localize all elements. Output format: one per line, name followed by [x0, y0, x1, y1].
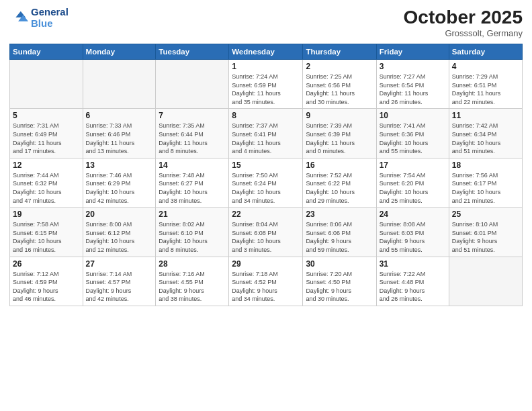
day-number: 27 [86, 259, 153, 269]
day-info: Sunrise: 7:56 AM Sunset: 6:17 PM Dayligh… [452, 171, 519, 205]
calendar-cell: 18Sunrise: 7:56 AM Sunset: 6:17 PM Dayli… [449, 158, 522, 207]
day-number: 29 [232, 259, 300, 269]
day-number: 26 [13, 259, 80, 269]
calendar-cell: 23Sunrise: 8:06 AM Sunset: 6:06 PM Dayli… [303, 208, 376, 257]
day-info: Sunrise: 8:00 AM Sunset: 6:12 PM Dayligh… [86, 220, 153, 254]
day-info: Sunrise: 8:08 AM Sunset: 6:03 PM Dayligh… [380, 220, 446, 254]
day-number: 13 [86, 161, 153, 170]
logo-icon [9, 9, 28, 28]
day-number: 9 [306, 111, 373, 120]
calendar-cell [449, 257, 522, 306]
day-info: Sunrise: 7:35 AM Sunset: 6:44 PM Dayligh… [159, 122, 226, 155]
day-number: 16 [306, 161, 373, 170]
calendar-header-row: SundayMondayTuesdayWednesdayThursdayFrid… [10, 44, 523, 60]
calendar-cell: 5Sunrise: 7:31 AM Sunset: 6:49 PM Daylig… [10, 109, 83, 158]
day-info: Sunrise: 7:42 AM Sunset: 6:34 PM Dayligh… [452, 122, 519, 155]
calendar-cell: 29Sunrise: 7:18 AM Sunset: 4:52 PM Dayli… [229, 257, 303, 306]
day-number: 8 [232, 111, 300, 120]
day-info: Sunrise: 8:10 AM Sunset: 6:01 PM Dayligh… [452, 220, 519, 254]
day-number: 6 [86, 111, 153, 120]
location-subtitle: Grosssolt, Germany [404, 28, 523, 38]
day-info: Sunrise: 7:29 AM Sunset: 6:51 PM Dayligh… [452, 73, 519, 106]
calendar-cell: 2Sunrise: 7:25 AM Sunset: 6:56 PM Daylig… [303, 60, 376, 109]
day-info: Sunrise: 7:31 AM Sunset: 6:49 PM Dayligh… [13, 122, 80, 155]
day-info: Sunrise: 7:37 AM Sunset: 6:41 PM Dayligh… [232, 122, 300, 155]
day-info: Sunrise: 7:33 AM Sunset: 6:46 PM Dayligh… [86, 122, 153, 155]
col-header-saturday: Saturday [449, 44, 522, 60]
day-number: 30 [306, 259, 373, 269]
day-number: 25 [452, 210, 519, 219]
page-header: General Blue October 2025 Grosssolt, Ger… [9, 7, 523, 38]
day-info: Sunrise: 7:39 AM Sunset: 6:39 PM Dayligh… [306, 122, 373, 155]
day-number: 11 [452, 111, 519, 120]
day-info: Sunrise: 7:14 AM Sunset: 4:57 PM Dayligh… [86, 270, 153, 304]
calendar-cell: 10Sunrise: 7:41 AM Sunset: 6:36 PM Dayli… [376, 109, 449, 158]
day-info: Sunrise: 7:52 AM Sunset: 6:22 PM Dayligh… [306, 171, 373, 205]
day-info: Sunrise: 7:58 AM Sunset: 6:15 PM Dayligh… [13, 220, 80, 254]
day-number: 1 [232, 62, 300, 71]
calendar-cell: 6Sunrise: 7:33 AM Sunset: 6:46 PM Daylig… [83, 109, 156, 158]
day-number: 31 [380, 259, 446, 269]
calendar-week-row: 26Sunrise: 7:12 AM Sunset: 4:59 PM Dayli… [10, 257, 523, 306]
day-number: 7 [159, 111, 226, 120]
day-number: 15 [232, 161, 300, 170]
calendar-cell [156, 60, 229, 109]
logo: General Blue [9, 7, 69, 29]
day-info: Sunrise: 8:02 AM Sunset: 6:10 PM Dayligh… [159, 220, 226, 254]
day-info: Sunrise: 7:54 AM Sunset: 6:20 PM Dayligh… [380, 171, 446, 205]
logo-text: General Blue [31, 7, 69, 29]
calendar-cell: 8Sunrise: 7:37 AM Sunset: 6:41 PM Daylig… [229, 109, 303, 158]
calendar-week-row: 5Sunrise: 7:31 AM Sunset: 6:49 PM Daylig… [10, 109, 523, 158]
calendar-cell: 4Sunrise: 7:29 AM Sunset: 6:51 PM Daylig… [449, 60, 522, 109]
calendar-cell: 7Sunrise: 7:35 AM Sunset: 6:44 PM Daylig… [156, 109, 229, 158]
calendar-cell: 21Sunrise: 8:02 AM Sunset: 6:10 PM Dayli… [156, 208, 229, 257]
day-number: 20 [86, 210, 153, 219]
col-header-thursday: Thursday [303, 44, 376, 60]
calendar-cell: 24Sunrise: 8:08 AM Sunset: 6:03 PM Dayli… [376, 208, 449, 257]
calendar-cell: 12Sunrise: 7:44 AM Sunset: 6:32 PM Dayli… [10, 158, 83, 207]
calendar-week-row: 19Sunrise: 7:58 AM Sunset: 6:15 PM Dayli… [10, 208, 523, 257]
day-number: 24 [380, 210, 446, 219]
day-number: 21 [159, 210, 226, 219]
day-number: 22 [232, 210, 300, 219]
day-number: 5 [13, 111, 80, 120]
calendar-week-row: 12Sunrise: 7:44 AM Sunset: 6:32 PM Dayli… [10, 158, 523, 207]
day-number: 18 [452, 161, 519, 170]
page-container: General Blue October 2025 Grosssolt, Ger… [0, 0, 532, 411]
day-info: Sunrise: 7:22 AM Sunset: 4:48 PM Dayligh… [380, 270, 446, 304]
calendar-cell: 22Sunrise: 8:04 AM Sunset: 6:08 PM Dayli… [229, 208, 303, 257]
day-number: 10 [380, 111, 446, 120]
calendar-cell: 1Sunrise: 7:24 AM Sunset: 6:59 PM Daylig… [229, 60, 303, 109]
day-info: Sunrise: 7:24 AM Sunset: 6:59 PM Dayligh… [232, 73, 300, 106]
calendar-cell [83, 60, 156, 109]
day-number: 19 [13, 210, 80, 219]
calendar-cell: 3Sunrise: 7:27 AM Sunset: 6:54 PM Daylig… [376, 60, 449, 109]
calendar-table: SundayMondayTuesdayWednesdayThursdayFrid… [9, 44, 523, 306]
col-header-wednesday: Wednesday [229, 44, 303, 60]
month-title: October 2025 [404, 7, 523, 28]
calendar-cell: 17Sunrise: 7:54 AM Sunset: 6:20 PM Dayli… [376, 158, 449, 207]
calendar-cell: 11Sunrise: 7:42 AM Sunset: 6:34 PM Dayli… [449, 109, 522, 158]
day-info: Sunrise: 7:46 AM Sunset: 6:29 PM Dayligh… [86, 171, 153, 205]
day-number: 28 [159, 259, 226, 269]
day-info: Sunrise: 7:50 AM Sunset: 6:24 PM Dayligh… [232, 171, 300, 205]
day-number: 12 [13, 161, 80, 170]
calendar-cell: 19Sunrise: 7:58 AM Sunset: 6:15 PM Dayli… [10, 208, 83, 257]
day-info: Sunrise: 7:16 AM Sunset: 4:55 PM Dayligh… [159, 270, 226, 304]
col-header-sunday: Sunday [10, 44, 83, 60]
day-info: Sunrise: 7:25 AM Sunset: 6:56 PM Dayligh… [306, 73, 373, 106]
day-number: 14 [159, 161, 226, 170]
calendar-cell: 25Sunrise: 8:10 AM Sunset: 6:01 PM Dayli… [449, 208, 522, 257]
col-header-monday: Monday [83, 44, 156, 60]
calendar-cell: 16Sunrise: 7:52 AM Sunset: 6:22 PM Dayli… [303, 158, 376, 207]
day-info: Sunrise: 7:18 AM Sunset: 4:52 PM Dayligh… [232, 270, 300, 304]
calendar-cell: 31Sunrise: 7:22 AM Sunset: 4:48 PM Dayli… [376, 257, 449, 306]
calendar-cell: 20Sunrise: 8:00 AM Sunset: 6:12 PM Dayli… [83, 208, 156, 257]
calendar-week-row: 1Sunrise: 7:24 AM Sunset: 6:59 PM Daylig… [10, 60, 523, 109]
calendar-cell [10, 60, 83, 109]
calendar-cell: 14Sunrise: 7:48 AM Sunset: 6:27 PM Dayli… [156, 158, 229, 207]
calendar-cell: 15Sunrise: 7:50 AM Sunset: 6:24 PM Dayli… [229, 158, 303, 207]
col-header-tuesday: Tuesday [156, 44, 229, 60]
col-header-friday: Friday [376, 44, 449, 60]
day-info: Sunrise: 7:41 AM Sunset: 6:36 PM Dayligh… [380, 122, 446, 155]
